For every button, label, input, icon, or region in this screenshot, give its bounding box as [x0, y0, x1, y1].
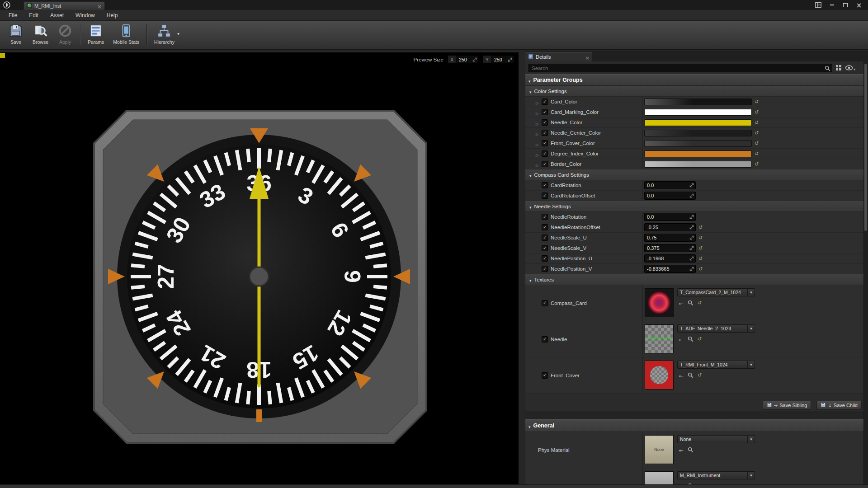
checkbox[interactable] [542, 300, 548, 306]
front_cover-thumbnail[interactable] [645, 361, 674, 389]
checkbox[interactable] [542, 109, 548, 115]
menu-window[interactable]: Window [70, 11, 101, 20]
color-swatch-front_cover_color[interactable] [644, 140, 752, 147]
preview-viewport[interactable]: 363691215182124273033 Preview Size X 250… [0, 52, 519, 484]
toolbar-hierarchy-button[interactable]: Hierarchy [150, 22, 179, 49]
spinbox-icon[interactable] [689, 265, 694, 273]
search-input[interactable] [528, 64, 832, 72]
checkbox[interactable] [542, 235, 548, 241]
reset-to-default-icon[interactable] [755, 141, 759, 146]
checkbox[interactable] [542, 336, 548, 343]
maximize-button[interactable] [840, 1, 851, 9]
browse-to-asset-icon[interactable] [688, 300, 693, 306]
scrollbar-thumb[interactable] [864, 64, 867, 231]
spinbox-icon[interactable] [689, 213, 694, 221]
expand-arrow-icon[interactable] [536, 129, 542, 137]
layout-icon[interactable] [813, 1, 824, 9]
checkbox[interactable] [542, 119, 548, 126]
compass_card-asset-select[interactable]: T_CompassCard_2_M_1024 [677, 288, 755, 296]
browse-to-asset-icon[interactable] [688, 336, 693, 342]
toolbar-dropdown-arrow-icon[interactable] [177, 28, 179, 37]
color-swatch-needle_center_color[interactable] [644, 130, 752, 136]
reset-to-default-icon[interactable] [698, 235, 703, 240]
phys-material-thumbnail[interactable]: None [645, 435, 674, 464]
reset-to-default-icon[interactable] [698, 300, 702, 305]
checkbox[interactable] [542, 214, 548, 220]
y-axis-value[interactable]: 250 [491, 57, 508, 62]
menu-file[interactable]: File [3, 11, 23, 20]
spinbox-icon[interactable] [472, 57, 478, 62]
spinbox-icon[interactable] [689, 244, 694, 252]
reset-to-default-icon[interactable] [698, 246, 703, 251]
parameter-groups-header[interactable]: Parameter Groups [525, 74, 868, 86]
expand-arrow-icon[interactable] [536, 98, 542, 106]
menu-help[interactable]: Help [101, 11, 124, 20]
reset-to-default-icon[interactable] [698, 337, 702, 342]
use-selected-asset-icon[interactable] [679, 299, 684, 307]
use-selected-asset-icon[interactable] [679, 335, 684, 343]
menu-edit[interactable]: Edit [23, 11, 44, 20]
color-swatch-card_color[interactable] [644, 99, 752, 105]
checkbox[interactable] [542, 140, 548, 146]
needlescale_v-input[interactable]: 0.375 [644, 244, 696, 252]
needleposition_u-input[interactable]: -0.1668 [644, 254, 696, 263]
preview-size-y-field[interactable]: Y 250 [483, 55, 514, 64]
checkbox[interactable] [542, 255, 548, 262]
checkbox[interactable] [542, 150, 548, 157]
parent-thumbnail[interactable] [645, 471, 674, 484]
expand-arrow-icon[interactable] [536, 150, 542, 158]
needle-asset-select[interactable]: T_ADF_Needle_2_1024 [677, 324, 755, 333]
expand-arrow-icon[interactable] [536, 118, 542, 127]
reset-to-default-icon[interactable] [698, 373, 702, 378]
search-field[interactable] [528, 64, 832, 72]
reset-to-default-icon[interactable] [755, 131, 759, 136]
minimize-button[interactable] [826, 1, 837, 9]
reset-to-default-icon[interactable] [698, 256, 703, 261]
spinbox-icon[interactable] [689, 254, 694, 263]
tab-details[interactable]: Details [525, 52, 592, 61]
section-textures[interactable]: Textures [525, 274, 868, 285]
needlescale_u-input[interactable]: 0.75 [644, 234, 696, 242]
close-button[interactable] [854, 1, 864, 9]
parent-select[interactable]: M_RMI_Instrument [677, 471, 755, 479]
spinbox-icon[interactable] [689, 234, 694, 242]
reset-to-default-icon[interactable] [755, 162, 759, 167]
cardrotation-input[interactable]: 0.0 [644, 181, 696, 189]
spinbox-icon[interactable] [689, 192, 694, 200]
checkbox[interactable] [542, 266, 548, 272]
document-tab-close-icon[interactable] [97, 2, 102, 10]
toolbar-browse-button[interactable]: Browse [28, 22, 53, 49]
reset-to-default-icon[interactable] [698, 267, 703, 272]
front_cover-asset-select[interactable]: T_RMI_Front_M_1024 [677, 361, 755, 369]
general-section-header[interactable]: General [525, 419, 868, 432]
use-selected-asset-icon[interactable] [679, 371, 684, 380]
checkbox[interactable] [542, 192, 548, 199]
checkbox[interactable] [542, 130, 548, 136]
expand-arrow-icon[interactable] [536, 108, 542, 117]
compass_card-thumbnail[interactable] [645, 288, 674, 317]
checkbox[interactable] [542, 99, 548, 105]
toolbar-save-button[interactable]: Save [4, 22, 28, 49]
search-icon[interactable] [825, 65, 830, 73]
needleposition_v-input[interactable]: -0.833665 [644, 265, 696, 273]
use-selected-asset-icon[interactable] [679, 446, 684, 454]
preview-size-x-field[interactable]: X 250 [448, 55, 479, 64]
spinbox-icon[interactable] [689, 181, 694, 189]
menu-asset[interactable]: Asset [44, 11, 70, 20]
phys-material-select[interactable]: None [677, 435, 755, 443]
needle-thumbnail[interactable] [645, 324, 674, 353]
browse-to-asset-icon[interactable] [688, 372, 693, 378]
spinbox-icon[interactable] [689, 223, 694, 231]
checkbox[interactable] [542, 224, 548, 230]
checkbox[interactable] [542, 372, 548, 379]
expand-arrow-icon[interactable] [536, 160, 542, 169]
toolbar-mobile-stats-button[interactable]: Mobile Stats [108, 22, 144, 49]
cardrotationoffset-input[interactable]: 0.0 [644, 192, 696, 200]
section-needle-settings[interactable]: Needle Settings [525, 201, 868, 212]
details-tab-close-icon[interactable] [585, 53, 590, 61]
color-swatch-border_color[interactable] [644, 161, 752, 168]
expand-arrow-icon[interactable] [536, 139, 542, 148]
x-axis-value[interactable]: 250 [456, 57, 472, 62]
reset-to-default-icon[interactable] [755, 110, 759, 115]
section-compass-card-settings[interactable]: Compass Card Settings [525, 169, 868, 180]
